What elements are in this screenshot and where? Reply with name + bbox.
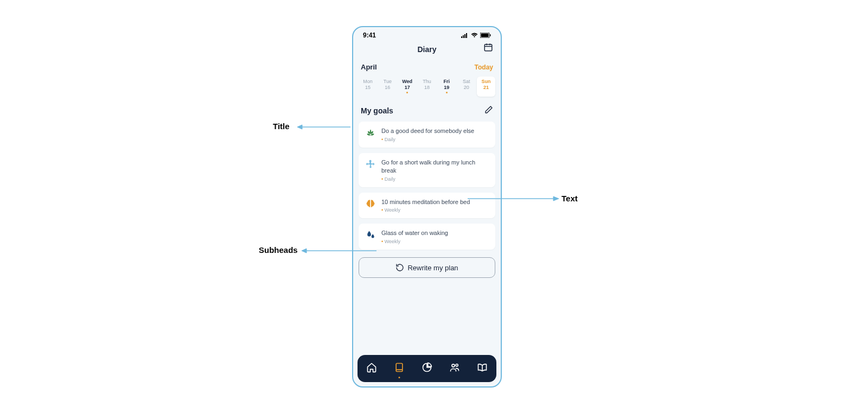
day-cell-sat[interactable]: Sat20 [457,77,476,97]
signal-icon [461,33,469,38]
svg-rect-5 [481,34,489,37]
annotation-title: Title [273,122,290,131]
goal-text: Glass of water on wakingWeekly [381,229,489,244]
rewrite-label: Rewrite my plan [407,264,458,272]
goal-cadence: Daily [381,137,489,142]
month-row: April Today [353,58,501,74]
annotation-arrow [297,124,352,130]
annotation-arrow [302,247,378,254]
screen-header: Diary [353,41,501,58]
svg-rect-7 [484,45,492,51]
goal-text: Do a good deed for somebody elseDaily [381,127,489,142]
droplets-icon [365,230,376,240]
refresh-icon [395,263,404,272]
chart-icon [422,362,432,373]
open-book-icon [477,362,488,373]
home-icon [366,362,377,373]
day-cell-fri[interactable]: Fri19 [437,77,456,97]
nav-diary[interactable] [394,362,405,375]
day-indicator-dot [406,92,408,93]
svg-rect-1 [463,35,464,38]
goal-cadence: Weekly [381,239,489,244]
pencil-icon [484,105,493,114]
svg-marker-21 [302,249,307,253]
rewrite-plan-button[interactable]: Rewrite my plan [359,257,495,278]
nav-library[interactable] [477,362,488,375]
svg-point-14 [456,364,458,366]
nav-active-dot [398,377,400,378]
status-time: 9:41 [363,31,376,39]
people-icon [449,362,460,373]
goals-title: My goals [361,106,393,115]
annotation-subheads: Subheads [259,245,298,255]
goal-card[interactable]: Go for a short walk during my lunch brea… [359,153,495,187]
day-num: 19 [437,85,456,90]
goals-list: Do a good deed for somebody elseDailyGo … [353,122,501,250]
day-cell-wed[interactable]: Wed17 [398,77,417,97]
day-num: 15 [359,85,377,90]
day-indicator-dot [446,92,448,93]
calendar-icon [483,42,493,52]
day-name: Tue [378,79,397,84]
goals-header: My goals [353,102,501,122]
goal-card[interactable]: Glass of water on wakingWeekly [359,224,495,250]
day-num: 18 [418,85,436,90]
day-name: Sun [477,79,495,84]
book-icon [394,362,405,373]
day-num: 20 [457,85,476,90]
goal-cadence: Weekly [381,207,489,213]
wifi-icon [471,33,478,38]
month-label: April [361,63,377,71]
status-icons [461,33,491,38]
svg-marker-19 [553,196,559,201]
day-name: Mon [359,79,377,84]
goal-title: Do a good deed for somebody else [381,127,489,135]
day-cell-sun[interactable]: Sun21 [477,77,495,97]
day-name: Wed [398,79,417,84]
goal-title: Go for a short walk during my lunch brea… [381,158,489,175]
phone-frame: 9:41 Diary April Today Mon15Tue16Wed17Th… [352,26,502,388]
nav-stats[interactable] [422,362,432,375]
goal-text: Go for a short walk during my lunch brea… [381,158,489,182]
svg-rect-0 [461,36,462,38]
day-cell-tue[interactable]: Tue16 [378,77,397,97]
annotation-text: Text [561,194,578,203]
edit-goals-button[interactable] [484,105,493,116]
day-num: 21 [477,85,495,90]
page-title: Diary [417,45,436,54]
svg-rect-6 [490,34,491,36]
goal-title: Glass of water on waking [381,229,489,237]
brain-icon [365,199,376,209]
nav-people[interactable] [449,362,460,375]
svg-rect-2 [464,34,465,38]
annotation-arrow [467,195,559,202]
day-cell-thu[interactable]: Thu18 [418,77,436,97]
nav-home[interactable] [366,362,377,375]
bottom-nav [358,355,496,382]
calendar-button[interactable] [483,42,493,54]
svg-point-13 [452,364,455,367]
day-num: 17 [398,85,417,90]
week-calendar: Mon15Tue16Wed17Thu18Fri19Sat20Sun21 [353,74,501,102]
day-num: 16 [378,85,397,90]
day-name: Thu [418,79,436,84]
day-cell-mon[interactable]: Mon15 [359,77,377,97]
svg-rect-11 [396,364,403,372]
battery-icon [480,33,491,38]
day-name: Fri [437,79,456,84]
svg-rect-3 [466,33,467,38]
move-icon [365,159,376,170]
day-name: Sat [457,79,476,84]
today-link[interactable]: Today [475,64,493,71]
goal-card[interactable]: Do a good deed for somebody elseDaily [359,122,495,148]
status-bar: 9:41 [353,27,501,41]
svg-marker-17 [297,125,302,129]
lotus-icon [365,128,376,138]
goal-cadence: Daily [381,176,489,182]
